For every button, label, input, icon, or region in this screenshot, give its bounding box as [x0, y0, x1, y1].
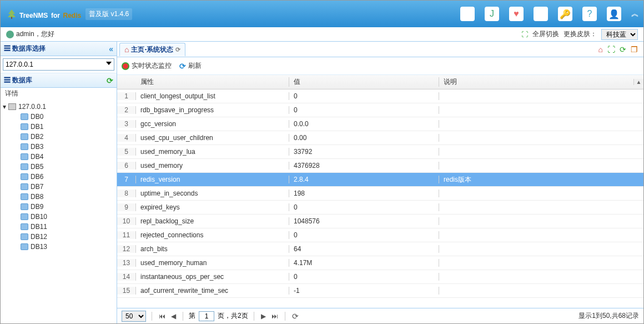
col-attr-header[interactable]: 属性 — [136, 77, 289, 87]
tree-db-item[interactable]: DB10 — [1, 212, 117, 222]
last-page-button[interactable]: ⏭ — [270, 312, 279, 320]
refresh-db-icon[interactable]: ⟳ — [107, 76, 113, 85]
db-label: DB12 — [31, 233, 47, 241]
tab-expand-icon[interactable]: ⛶ — [607, 45, 615, 54]
tree-db-item[interactable]: DB13 — [1, 242, 117, 252]
tab-refresh-icon[interactable]: ⟳ — [175, 46, 180, 53]
j-icon[interactable]: J — [485, 7, 499, 21]
tree-collapse-icon[interactable]: ▾ — [3, 103, 6, 111]
row-val: 4376928 — [289, 162, 439, 170]
db-label: DB2 — [31, 133, 43, 141]
tree-db-item[interactable]: DB9 — [1, 202, 117, 212]
help-icon[interactable]: ? — [582, 7, 597, 21]
table-row[interactable]: 3gcc_version0.0.0 — [117, 117, 643, 131]
tab-home[interactable]: ⌂ 主页-系统状态 ⟳ — [119, 43, 185, 56]
fullscreen-icon[interactable]: ⛶ — [521, 31, 528, 38]
row-val: 4.17M — [289, 259, 439, 267]
db-label: DB6 — [31, 173, 43, 181]
table-row[interactable]: 7redis_version2.8.4redis版本 — [117, 173, 643, 187]
table-row[interactable]: 8uptime_in_seconds198 — [117, 187, 643, 201]
db-panel-icon: ☰ — [4, 76, 12, 84]
tree-db-item[interactable]: DB8 — [1, 192, 117, 202]
row-num: 12 — [117, 245, 136, 253]
db-label: DB3 — [31, 143, 43, 151]
db-icon — [21, 133, 28, 140]
db-label: DB10 — [31, 213, 47, 221]
tree-db-item[interactable]: DB3 — [1, 142, 117, 152]
db-icon — [21, 143, 28, 150]
row-attr: used_memory_human — [136, 259, 289, 267]
tab-popup-icon[interactable]: ❐ — [631, 45, 638, 54]
db-icon — [21, 193, 28, 200]
skin-select[interactable]: 科技蓝 — [601, 29, 638, 40]
row-val: 0 — [289, 273, 439, 281]
db-icon — [21, 173, 28, 180]
next-page-button[interactable]: ▶ — [260, 312, 267, 320]
tree-db-item[interactable]: DB7 — [1, 182, 117, 192]
tree-db-item[interactable]: DB11 — [1, 222, 117, 232]
total-pages: 页，共2页 — [218, 311, 248, 321]
db-icon — [21, 223, 28, 230]
tree-db-item[interactable]: DB4 — [1, 152, 117, 162]
row-val: 0 — [289, 203, 439, 211]
db-label: DB5 — [31, 163, 43, 171]
row-attr: gcc_version — [136, 120, 289, 128]
key-icon[interactable]: 🔑 — [558, 7, 572, 21]
db-label: DB13 — [31, 243, 47, 251]
db-label: DB9 — [31, 203, 43, 211]
db-label: DB1 — [31, 123, 43, 131]
row-val: -1 — [289, 287, 439, 295]
scroll-up-icon[interactable]: ▲ — [633, 79, 643, 85]
db-icon — [21, 203, 28, 210]
grid-body[interactable]: 1client_longest_output_list02rdb_bgsave_… — [117, 89, 643, 308]
collapse-sidebar-icon[interactable]: « — [109, 44, 113, 53]
col-val-header[interactable]: 值 — [289, 77, 439, 87]
fullscreen-toggle[interactable]: 全屏切换 — [532, 29, 559, 39]
table-row[interactable]: 4used_cpu_user_children0.00 — [117, 131, 643, 145]
refresh-button[interactable]: ⟳ 刷新 — [179, 61, 202, 71]
tree-db-item[interactable]: DB0 — [1, 112, 117, 122]
table-row[interactable]: 5used_memory_lua33792 — [117, 145, 643, 159]
db-icon[interactable]: 🗄 — [460, 7, 475, 21]
brand-b: for — [51, 12, 60, 19]
pager-refresh-button[interactable]: ⟳ — [291, 312, 300, 321]
db-icon — [21, 243, 28, 250]
server-icon — [8, 103, 16, 110]
tree-db-item[interactable]: DB5 — [1, 162, 117, 172]
first-page-button[interactable]: ⏮ — [158, 312, 167, 320]
table-row[interactable]: 9expired_keys0 — [117, 201, 643, 215]
tree-db-item[interactable]: DB2 — [1, 132, 117, 142]
page-input[interactable] — [199, 311, 214, 321]
tree-db-item[interactable]: DB6 — [1, 172, 117, 182]
pager: 50 ⏮ ◀ 第 页，共2页 ▶ ⏭ ⟳ 显示1到50,共68记录 — [117, 308, 643, 323]
tab-reload-icon[interactable]: ⟳ — [620, 45, 626, 54]
tab-home-button[interactable]: ⌂ — [598, 45, 603, 54]
heart-icon[interactable]: ♥ — [509, 7, 524, 21]
row-attr: used_memory — [136, 162, 289, 170]
table-row[interactable]: 12arch_bits64 — [117, 242, 643, 256]
db-icon — [21, 163, 28, 170]
table-row[interactable]: 6used_memory4376928 — [117, 159, 643, 173]
tree-root[interactable]: ▾ 127.0.0.1 — [1, 102, 117, 112]
db-label: DB8 — [31, 193, 43, 201]
prev-page-button[interactable]: ◀ — [170, 312, 177, 320]
table-row[interactable]: 14instantaneous_ops_per_sec0 — [117, 270, 643, 284]
table-row[interactable]: 11rejected_connections0 — [117, 228, 643, 242]
tree-db-item[interactable]: DB1 — [1, 122, 117, 132]
host-input[interactable] — [3, 58, 114, 71]
col-desc-header[interactable]: 说明 — [439, 77, 633, 87]
table-row[interactable]: 10repl_backlog_size1048576 — [117, 215, 643, 228]
collapse-header-icon[interactable]: ︽ — [631, 9, 639, 19]
db-label: DB11 — [31, 223, 47, 231]
db-icon — [21, 113, 28, 120]
tree-db-item[interactable]: DB12 — [1, 232, 117, 242]
page-size-select[interactable]: 50 — [122, 311, 146, 322]
tools-icon[interactable]: 🛠 — [534, 7, 548, 21]
table-row[interactable]: 1client_longest_output_list0 — [117, 89, 643, 103]
table-row[interactable]: 13used_memory_human4.17M — [117, 256, 643, 270]
monitor-button[interactable]: 实时状态监控 — [122, 61, 172, 71]
user-icon[interactable]: 👤 — [607, 7, 621, 21]
row-num: 10 — [117, 217, 136, 225]
table-row[interactable]: 15aof_current_rewrite_time_sec-1 — [117, 284, 643, 298]
table-row[interactable]: 2rdb_bgsave_in_progress0 — [117, 103, 643, 117]
